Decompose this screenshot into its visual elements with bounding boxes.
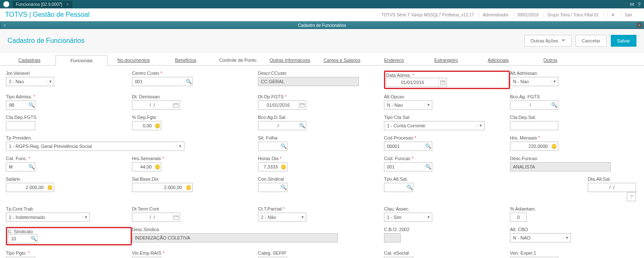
module-close-icon[interactable]: ×	[637, 23, 642, 28]
lookup-tipo-admiss[interactable]: 🔍	[6, 100, 35, 110]
save-button[interactable]: Salvar	[611, 35, 636, 47]
select-alt-cbo[interactable]: ▼	[510, 233, 571, 242]
search-icon[interactable]: 🔍	[550, 102, 558, 108]
lookup-cod-processo[interactable]: 🔍	[384, 142, 432, 151]
calendar-icon[interactable]	[172, 213, 180, 221]
select-tipo-cta-sal[interactable]: ▼	[384, 121, 485, 130]
input-alt-opcao[interactable]	[384, 103, 425, 108]
input-sal-base-dis[interactable]	[132, 185, 184, 190]
input-wrap-cta-dep-fgts[interactable]	[6, 121, 35, 130]
tab-endereco[interactable]: Endereço	[368, 55, 420, 65]
search-icon[interactable]: 🔍	[28, 164, 35, 170]
input-c-sindicato[interactable]	[8, 236, 30, 241]
input-cta-dep-sal[interactable]	[510, 123, 558, 128]
select-ct-t-parcial[interactable]: ▼	[258, 213, 306, 222]
input-alt-admissao[interactable]	[510, 79, 551, 84]
chevron-down-icon[interactable]: ▼	[425, 103, 432, 107]
tab-beneficios[interactable]: Beneficios	[160, 55, 212, 65]
coin-icon[interactable]: 🪙	[154, 164, 161, 170]
chevron-down-icon[interactable]: ▼	[299, 215, 306, 219]
select-tp-previden[interactable]: ▼	[6, 142, 184, 151]
date-dt-term-cont[interactable]	[132, 213, 180, 222]
search-icon[interactable]: 🔍	[424, 143, 432, 149]
search-icon[interactable]: 🔍	[184, 79, 192, 84]
input-bco-ag-fgts[interactable]	[510, 103, 550, 108]
tab-no-documentos[interactable]: No.documentos	[108, 55, 160, 65]
select-clau-assec[interactable]: ▼	[384, 213, 432, 222]
window-tab-close-icon[interactable]: ×	[66, 2, 69, 7]
chevron-down-icon[interactable]: ▼	[176, 144, 184, 148]
coin-icon[interactable]: 🪙	[184, 185, 192, 190]
input-dt-demissao[interactable]	[132, 103, 172, 108]
lookup-c-sindicato[interactable]: 🔍	[8, 234, 37, 243]
search-icon[interactable]: 🔍	[424, 164, 432, 170]
lookup-centro-custo[interactable]: 🔍	[132, 77, 193, 86]
coin-icon[interactable]: 🪙	[154, 123, 161, 129]
tab-outros[interactable]: Outros	[524, 55, 576, 65]
input-data-admis[interactable]	[386, 80, 439, 85]
input-horas-dia[interactable]	[258, 164, 280, 169]
number-hrs-semanais[interactable]: 🪙	[132, 162, 161, 171]
help-icon[interactable]: ?	[638, 1, 641, 8]
input-dt-term-cont[interactable]	[132, 215, 172, 220]
chevron-down-icon[interactable]: ▼	[477, 124, 484, 128]
search-icon[interactable]: 🔍	[298, 123, 306, 129]
date-dt-demissao[interactable]	[132, 100, 180, 110]
number-sal-base-dis[interactable]: 🪙	[132, 183, 193, 192]
input-jor-variavel[interactable]	[6, 79, 47, 84]
select-jor-variavel[interactable]: ▼	[6, 77, 54, 86]
coin-icon[interactable]: 🪙	[280, 164, 287, 170]
tab-adicionais[interactable]: Adicionais	[472, 55, 524, 65]
input-con-sindical[interactable]	[258, 185, 280, 190]
date-dta-alt-sal[interactable]	[588, 183, 636, 192]
tab-cadastrais[interactable]: Cadastrais	[3, 55, 55, 65]
input-bco-ag-d-sal[interactable]	[258, 123, 298, 128]
help-button[interactable]: ?	[627, 192, 636, 201]
chevron-down-icon[interactable]: ▼	[47, 79, 54, 84]
select-tp-cont-trab[interactable]: ▼	[6, 213, 90, 222]
search-icon[interactable]: 🔍	[28, 102, 35, 108]
input-hrs-semanais[interactable]	[132, 164, 154, 169]
input-tpo-alt-sal[interactable]	[384, 185, 406, 190]
coin-icon[interactable]: 🪙	[550, 144, 558, 149]
input-wrap-cta-dep-sal[interactable]	[510, 121, 558, 130]
select-alt-opcao[interactable]: ▼	[384, 100, 432, 110]
select-alt-admissao[interactable]: ▼	[510, 77, 558, 86]
tab-outras-informacoes[interactable]: Outras Informacoes	[264, 55, 316, 65]
input-tp-cont-trab[interactable]	[6, 215, 82, 220]
input-ct-t-parcial[interactable]	[258, 215, 299, 220]
lookup-tpo-alt-sal[interactable]: 🔍	[384, 183, 413, 192]
number-pct-adiantam[interactable]	[510, 213, 527, 222]
cancel-button[interactable]: Cancelar	[576, 35, 607, 47]
input-tipo-admiss[interactable]	[6, 103, 28, 108]
tab-estrangeiro[interactable]: Estrangeiro	[420, 55, 472, 65]
lookup-bco-ag-d-sal[interactable]: 🔍	[258, 121, 306, 130]
input-tp-previden[interactable]	[6, 144, 176, 149]
calendar-icon[interactable]	[172, 101, 180, 109]
mail-icon[interactable]: ✉	[630, 1, 634, 8]
input-centro-custo[interactable]	[132, 79, 184, 84]
tab-cargos-e-salarios[interactable]: Cargos e Salarios	[316, 55, 368, 65]
chevron-down-icon[interactable]: ▼	[82, 215, 89, 219]
window-tab[interactable]: Funcionários [02.9.0007] ×	[13, 1, 72, 8]
chevron-down-icon[interactable]: ▼	[563, 236, 570, 240]
exit-button[interactable]: ✕ Sair	[604, 13, 639, 17]
input-pct-adiantam[interactable]	[510, 215, 526, 220]
input-alt-cbo[interactable]	[510, 235, 563, 240]
input-pct-dep-fgts[interactable]	[132, 123, 154, 128]
chevron-down-icon[interactable]: ▼	[425, 215, 432, 219]
input-salario[interactable]	[6, 185, 46, 190]
date-dt-op-fgts[interactable]	[258, 100, 306, 110]
number-pct-dep-fgts[interactable]: 🪙	[132, 121, 161, 130]
other-actions-button[interactable]: Outras Ações	[524, 35, 571, 47]
lookup-cat-func[interactable]: 🔍	[6, 162, 35, 171]
lookup-bco-ag-fgts[interactable]: 🔍	[510, 100, 558, 110]
input-dt-op-fgts[interactable]	[258, 103, 298, 108]
input-tipo-cta-sal[interactable]	[384, 123, 477, 128]
input-hrs-mensais[interactable]	[510, 144, 550, 149]
tab-funcionais[interactable]: Funcionais	[55, 55, 108, 66]
input-cod-funcao[interactable]	[384, 164, 424, 169]
tab-controle-de-ponto[interactable]: Controle de Ponto	[212, 55, 264, 65]
lookup-con-sindical[interactable]: 🔍	[258, 183, 287, 192]
lookup-sit-folha[interactable]: 🔍	[258, 142, 287, 151]
